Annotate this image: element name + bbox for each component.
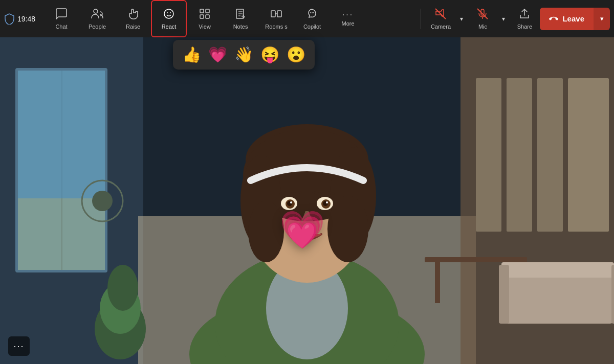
view-label: View: [199, 24, 211, 30]
raise-label: Raise: [126, 24, 140, 30]
camera-label: Camera: [431, 24, 451, 30]
svg-rect-45: [611, 265, 614, 324]
svg-rect-33: [507, 78, 532, 232]
rooms-label: Rooms s: [265, 24, 287, 30]
svg-point-64: [326, 201, 328, 203]
svg-rect-5: [206, 9, 209, 13]
svg-point-15: [312, 12, 313, 13]
notes-icon: [234, 8, 247, 22]
svg-rect-26: [18, 71, 105, 198]
svg-line-17: [435, 9, 446, 19]
camera-chevron[interactable]: ▾: [456, 0, 467, 37]
svg-rect-7: [206, 15, 209, 18]
leave-group: Leave ▾: [540, 8, 610, 30]
nav-item-notes[interactable]: Notes: [223, 0, 258, 37]
nav-item-more[interactable]: ··· More: [330, 0, 366, 37]
nav-items-group: Chat People Raise: [43, 0, 416, 37]
svg-point-2: [167, 12, 168, 13]
notes-label: Notes: [233, 24, 248, 30]
mic-label: Mic: [478, 24, 487, 30]
emoji-wave[interactable]: 👋: [234, 47, 253, 62]
emoji-heart[interactable]: 💗: [208, 47, 227, 62]
svg-rect-12: [271, 11, 275, 17]
time-shield-group: 19:48: [4, 13, 35, 25]
mic-off-icon: [476, 8, 489, 22]
mic-group: Mic ▾: [467, 0, 509, 37]
time-display: 19:48: [17, 15, 35, 23]
emoji-thumbsup[interactable]: 👍: [182, 47, 201, 62]
chat-label: Chat: [55, 24, 67, 30]
nav-item-copilot[interactable]: Copilot: [294, 0, 330, 37]
svg-rect-6: [200, 15, 204, 18]
video-area: 💗 ···: [0, 37, 614, 364]
emoji-laugh[interactable]: 😝: [260, 47, 279, 62]
nav-item-people[interactable]: People: [79, 0, 115, 37]
nav-item-raise[interactable]: Raise: [115, 0, 151, 37]
svg-rect-13: [277, 11, 281, 17]
react-icon: [163, 8, 175, 22]
svg-point-29: [92, 191, 113, 211]
svg-rect-27: [18, 198, 105, 270]
mic-button[interactable]: Mic: [467, 0, 498, 37]
mic-chevron[interactable]: ▾: [498, 0, 509, 37]
copilot-label: Copilot: [303, 24, 321, 30]
dots-label: ···: [13, 341, 24, 352]
scene-background: [0, 37, 614, 364]
people-label: People: [89, 24, 106, 30]
svg-rect-43: [501, 262, 614, 278]
share-button[interactable]: Share: [509, 0, 540, 37]
svg-rect-4: [200, 9, 204, 13]
more-options-button[interactable]: ···: [8, 336, 30, 356]
svg-rect-44: [499, 265, 509, 324]
react-popup: 👍 💗 👋 😝 😮: [173, 40, 315, 70]
raise-icon: [127, 8, 139, 22]
emoji-wow[interactable]: 😮: [287, 47, 305, 62]
camera-off-icon: [434, 8, 447, 22]
svg-rect-34: [537, 78, 563, 232]
svg-point-14: [310, 12, 311, 13]
shield-icon: [4, 13, 14, 25]
svg-rect-32: [476, 78, 501, 232]
more-icon: ···: [342, 11, 354, 19]
leave-label: Leave: [562, 14, 584, 23]
share-icon: [518, 8, 531, 22]
share-label: Share: [517, 24, 532, 30]
share-group: Share: [509, 0, 540, 37]
phone-icon: [549, 14, 558, 24]
copilot-icon: [306, 8, 318, 22]
svg-point-0: [94, 9, 98, 13]
svg-point-1: [164, 9, 173, 18]
heart-reaction: 💗: [279, 208, 325, 252]
nav-item-react[interactable]: React: [151, 0, 187, 37]
leave-chevron[interactable]: ▾: [594, 8, 610, 30]
camera-button[interactable]: Camera: [425, 0, 456, 37]
camera-group: Camera ▾: [425, 0, 467, 37]
nav-item-view[interactable]: View: [187, 0, 223, 37]
svg-point-63: [290, 201, 292, 203]
leave-button[interactable]: Leave: [540, 8, 594, 30]
svg-rect-37: [435, 262, 440, 303]
svg-point-16: [313, 12, 314, 13]
rooms-icon: [270, 8, 282, 22]
react-label: React: [162, 24, 177, 30]
svg-point-56: [327, 196, 368, 262]
nav-item-rooms[interactable]: Rooms s: [258, 0, 294, 37]
view-icon: [199, 8, 211, 22]
svg-rect-35: [568, 78, 609, 232]
svg-point-41: [107, 265, 138, 311]
svg-point-55: [248, 201, 284, 262]
nav-divider: [421, 9, 421, 29]
more-label: More: [342, 20, 355, 27]
svg-point-3: [170, 12, 171, 13]
nav-item-chat[interactable]: Chat: [43, 0, 79, 37]
chat-icon: [55, 8, 68, 22]
topbar: 19:48 Chat People: [0, 0, 614, 37]
svg-rect-42: [501, 272, 614, 324]
svg-rect-36: [425, 257, 527, 262]
people-icon: [91, 8, 103, 22]
